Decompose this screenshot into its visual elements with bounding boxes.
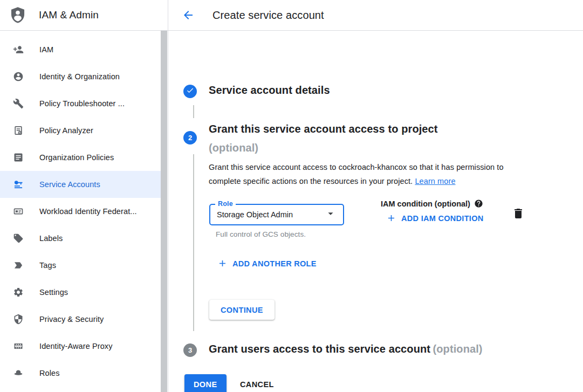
app-title: IAM & Admin (39, 9, 99, 21)
hat-icon (13, 368, 24, 379)
step2-number: 2 (188, 134, 192, 142)
sidebar-item-policy-troubleshooter[interactable]: Policy Troubleshooter ... (0, 90, 168, 117)
policy-analyzer-icon (13, 125, 24, 136)
step3-indicator: 3 (183, 343, 197, 357)
sidebar-item-label: Service Accounts (39, 180, 100, 189)
price-tag-icon (13, 233, 24, 244)
add-another-role-button[interactable]: ADD ANOTHER ROLE (217, 258, 317, 269)
done-button[interactable]: DONE (184, 374, 227, 392)
sidebar-nav: IAM Identity & Organization Policy Troub… (0, 31, 168, 387)
learn-more-link[interactable]: Learn more (415, 177, 455, 185)
step2-title: Grant this service account access to pro… (209, 120, 532, 139)
wrench-icon (13, 98, 24, 109)
step2-indicator: 2 (183, 131, 197, 145)
sidebar-item-label: Roles (39, 369, 60, 377)
caret-down-icon (325, 208, 337, 222)
gear-icon (13, 287, 24, 298)
continue-button[interactable]: CONTINUE (209, 300, 275, 320)
step3-title: Grant users access to this service accou… (209, 343, 430, 355)
main-header: Create service account (168, 0, 583, 31)
sidebar-item-privacy-security[interactable]: Privacy & Security (0, 306, 168, 333)
sidebar-item-policy-analyzer[interactable]: Policy Analyzer (0, 117, 168, 144)
page-title: Create service account (212, 9, 324, 22)
sidebar-item-label: Policy Analyzer (39, 126, 93, 135)
role-field-label: Role (215, 200, 236, 208)
sidebar-item-identity-organization[interactable]: Identity & Organization (0, 63, 168, 90)
step2-optional-label: (optional) (209, 139, 532, 157)
trash-icon[interactable] (512, 207, 525, 220)
add-another-role-label: ADD ANOTHER ROLE (232, 259, 317, 268)
iam-condition-label: IAM condition (optional) (381, 200, 470, 208)
sidebar: IAM & Admin IAM Identity & Organization … (0, 0, 168, 392)
help-icon[interactable] (474, 199, 483, 208)
sidebar-item-label: Tags (39, 261, 56, 270)
person-add-icon (13, 44, 24, 55)
step2-heading: Grant this service account access to pro… (209, 120, 532, 157)
sidebar-item-roles[interactable]: Roles (0, 360, 168, 387)
label-important-icon (13, 260, 24, 271)
sidebar-item-label: Policy Troubleshooter ... (39, 99, 125, 108)
stepper-content: Service account details 2 Grant this ser… (168, 31, 583, 392)
sidebar-header: IAM & Admin (0, 0, 168, 31)
sidebar-item-identity-aware-proxy[interactable]: Identity-Aware Proxy (0, 333, 168, 360)
step3-heading: Grant users access to this service accou… (209, 343, 575, 355)
sidebar-item-label: Labels (39, 234, 63, 243)
add-iam-condition-label: ADD IAM CONDITION (401, 214, 484, 223)
step1-indicator (183, 85, 197, 98)
step2-rail-line (193, 154, 194, 331)
service-account-key-icon (13, 179, 24, 190)
shield-half-icon (13, 314, 24, 325)
document-lines-icon (13, 152, 24, 163)
main-area: Create service account Service account d… (168, 0, 583, 392)
sidebar-scrollbar-track (161, 31, 167, 392)
sidebar-item-workload-identity-federation[interactable]: Workload Identity Federat... (0, 198, 168, 225)
add-iam-condition-button[interactable]: ADD IAM CONDITION (386, 213, 484, 223)
sidebar-item-label: Identity & Organization (39, 72, 120, 81)
proxy-grid-icon (13, 341, 24, 352)
account-circle-icon (13, 71, 24, 82)
sidebar-item-label: Privacy & Security (39, 315, 104, 324)
sidebar-item-label: Identity-Aware Proxy (39, 342, 113, 350)
plus-icon (217, 258, 228, 269)
sidebar-scrollbar-thumb[interactable] (161, 31, 167, 392)
page-root: IAM & Admin IAM Identity & Organization … (0, 0, 583, 392)
sidebar-item-service-accounts[interactable]: Service Accounts (0, 171, 161, 198)
sidebar-item-label: Settings (39, 288, 68, 297)
sidebar-item-label: Workload Identity Federat... (39, 207, 137, 216)
plus-icon (386, 213, 396, 223)
check-icon (186, 86, 194, 97)
sidebar-item-settings[interactable]: Settings (0, 279, 168, 306)
sidebar-item-label: Organization Policies (39, 153, 114, 162)
role-helper-text: Full control of GCS objects. (216, 230, 306, 238)
sidebar-item-tags[interactable]: Tags (0, 252, 168, 279)
shield-person-icon (9, 5, 27, 25)
arrow-back-icon[interactable] (182, 9, 195, 22)
role-selected-value: Storage Object Admin (217, 210, 325, 219)
sidebar-item-label: IAM (39, 45, 53, 54)
sidebar-item-iam[interactable]: IAM (0, 36, 168, 63)
step3-number: 3 (188, 346, 192, 354)
step2-description: Grant this service account access to coc… (209, 160, 532, 188)
cancel-button[interactable]: CANCEL (236, 374, 278, 392)
sidebar-item-labels[interactable]: Labels (0, 225, 168, 252)
sidebar-item-organization-policies[interactable]: Organization Policies (0, 144, 168, 171)
iam-condition-label-row: IAM condition (optional) (381, 199, 483, 208)
role-dropdown[interactable]: Role Storage Object Admin (209, 204, 344, 225)
step1-title: Service account details (209, 84, 330, 97)
id-card-icon (13, 206, 24, 217)
step-connector-line (193, 105, 194, 118)
step3-optional-label: (optional) (433, 343, 483, 355)
